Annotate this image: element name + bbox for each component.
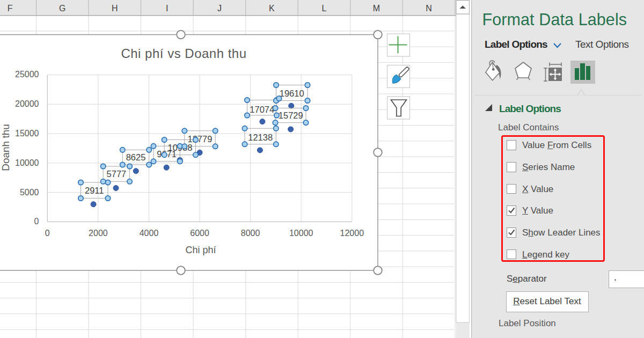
svg-text:12779: 12779: [187, 134, 212, 144]
svg-text:M: M: [373, 4, 380, 13]
svg-text:5777: 5777: [107, 169, 127, 179]
svg-text:6000: 6000: [190, 229, 209, 238]
svg-text:8000: 8000: [241, 229, 260, 238]
svg-text:10000: 10000: [15, 158, 39, 167]
svg-text:J: J: [217, 4, 222, 13]
svg-text:G: G: [59, 4, 65, 13]
svg-text:10000: 10000: [289, 229, 313, 238]
svg-text:Chi phí vs Doanh thu: Chi phí vs Doanh thu: [121, 46, 246, 61]
svg-text:4000: 4000: [140, 229, 159, 238]
svg-text:I: I: [166, 4, 168, 13]
svg-text:8625: 8625: [126, 152, 146, 162]
svg-text:Chi phí: Chi phí: [185, 245, 216, 255]
svg-text:17074: 17074: [250, 105, 274, 114]
svg-text:Doanh thu: Doanh thu: [0, 124, 11, 171]
svg-text:L: L: [322, 4, 327, 13]
svg-text:19610: 19610: [280, 89, 304, 98]
svg-text:2000: 2000: [89, 229, 108, 238]
svg-text:12138: 12138: [248, 133, 273, 142]
svg-text:5000: 5000: [20, 188, 39, 197]
svg-text:H: H: [112, 4, 118, 13]
svg-text:15000: 15000: [15, 129, 39, 138]
svg-text:20000: 20000: [15, 99, 39, 108]
svg-text:0: 0: [45, 229, 50, 238]
svg-text:K: K: [269, 4, 275, 13]
svg-text:F: F: [8, 4, 13, 13]
svg-text:25000: 25000: [15, 70, 39, 79]
svg-text:2911: 2911: [85, 186, 104, 195]
svg-text:12000: 12000: [340, 229, 364, 238]
svg-text:15729: 15729: [279, 111, 303, 120]
svg-text:0: 0: [34, 217, 39, 226]
svg-text:N: N: [426, 4, 432, 13]
